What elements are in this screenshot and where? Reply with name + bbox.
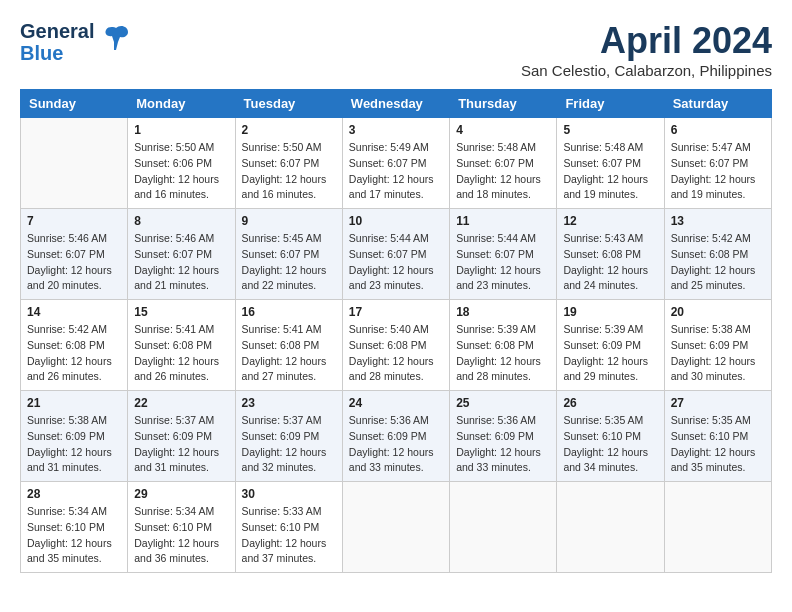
calendar-cell: 13Sunrise: 5:42 AM Sunset: 6:08 PM Dayli…: [664, 209, 771, 300]
calendar-cell: 7Sunrise: 5:46 AM Sunset: 6:07 PM Daylig…: [21, 209, 128, 300]
day-info: Sunrise: 5:42 AM Sunset: 6:08 PM Dayligh…: [27, 322, 121, 385]
location-subtitle: San Celestio, Calabarzon, Philippines: [521, 62, 772, 79]
calendar-cell: 15Sunrise: 5:41 AM Sunset: 6:08 PM Dayli…: [128, 300, 235, 391]
calendar-cell: 27Sunrise: 5:35 AM Sunset: 6:10 PM Dayli…: [664, 391, 771, 482]
day-number: 19: [563, 305, 657, 319]
calendar-cell: [450, 482, 557, 573]
calendar-cell: 17Sunrise: 5:40 AM Sunset: 6:08 PM Dayli…: [342, 300, 449, 391]
day-info: Sunrise: 5:47 AM Sunset: 6:07 PM Dayligh…: [671, 140, 765, 203]
calendar-cell: 26Sunrise: 5:35 AM Sunset: 6:10 PM Dayli…: [557, 391, 664, 482]
day-number: 22: [134, 396, 228, 410]
calendar-cell: 20Sunrise: 5:38 AM Sunset: 6:09 PM Dayli…: [664, 300, 771, 391]
day-number: 18: [456, 305, 550, 319]
calendar-cell: 22Sunrise: 5:37 AM Sunset: 6:09 PM Dayli…: [128, 391, 235, 482]
calendar-cell: 8Sunrise: 5:46 AM Sunset: 6:07 PM Daylig…: [128, 209, 235, 300]
day-info: Sunrise: 5:44 AM Sunset: 6:07 PM Dayligh…: [456, 231, 550, 294]
day-of-week-header: Tuesday: [235, 90, 342, 118]
calendar-cell: 14Sunrise: 5:42 AM Sunset: 6:08 PM Dayli…: [21, 300, 128, 391]
day-number: 5: [563, 123, 657, 137]
calendar-week-row: 28Sunrise: 5:34 AM Sunset: 6:10 PM Dayli…: [21, 482, 772, 573]
calendar-cell: 30Sunrise: 5:33 AM Sunset: 6:10 PM Dayli…: [235, 482, 342, 573]
logo-general: General: [20, 20, 94, 42]
day-info: Sunrise: 5:45 AM Sunset: 6:07 PM Dayligh…: [242, 231, 336, 294]
day-info: Sunrise: 5:39 AM Sunset: 6:08 PM Dayligh…: [456, 322, 550, 385]
day-info: Sunrise: 5:35 AM Sunset: 6:10 PM Dayligh…: [563, 413, 657, 476]
day-number: 1: [134, 123, 228, 137]
logo: General Blue: [20, 20, 132, 64]
day-number: 28: [27, 487, 121, 501]
day-info: Sunrise: 5:41 AM Sunset: 6:08 PM Dayligh…: [242, 322, 336, 385]
calendar-cell: [557, 482, 664, 573]
day-info: Sunrise: 5:33 AM Sunset: 6:10 PM Dayligh…: [242, 504, 336, 567]
calendar-cell: 11Sunrise: 5:44 AM Sunset: 6:07 PM Dayli…: [450, 209, 557, 300]
calendar-week-row: 14Sunrise: 5:42 AM Sunset: 6:08 PM Dayli…: [21, 300, 772, 391]
day-number: 16: [242, 305, 336, 319]
calendar-cell: 16Sunrise: 5:41 AM Sunset: 6:08 PM Dayli…: [235, 300, 342, 391]
day-info: Sunrise: 5:48 AM Sunset: 6:07 PM Dayligh…: [456, 140, 550, 203]
day-info: Sunrise: 5:50 AM Sunset: 6:06 PM Dayligh…: [134, 140, 228, 203]
calendar-cell: 9Sunrise: 5:45 AM Sunset: 6:07 PM Daylig…: [235, 209, 342, 300]
day-of-week-header: Friday: [557, 90, 664, 118]
day-info: Sunrise: 5:50 AM Sunset: 6:07 PM Dayligh…: [242, 140, 336, 203]
day-info: Sunrise: 5:46 AM Sunset: 6:07 PM Dayligh…: [134, 231, 228, 294]
day-info: Sunrise: 5:42 AM Sunset: 6:08 PM Dayligh…: [671, 231, 765, 294]
day-info: Sunrise: 5:38 AM Sunset: 6:09 PM Dayligh…: [27, 413, 121, 476]
day-info: Sunrise: 5:34 AM Sunset: 6:10 PM Dayligh…: [134, 504, 228, 567]
logo-bird-icon: [100, 22, 132, 58]
calendar-week-row: 7Sunrise: 5:46 AM Sunset: 6:07 PM Daylig…: [21, 209, 772, 300]
day-number: 20: [671, 305, 765, 319]
calendar-cell: 5Sunrise: 5:48 AM Sunset: 6:07 PM Daylig…: [557, 118, 664, 209]
calendar-header-row: SundayMondayTuesdayWednesdayThursdayFrid…: [21, 90, 772, 118]
calendar-cell: 28Sunrise: 5:34 AM Sunset: 6:10 PM Dayli…: [21, 482, 128, 573]
day-info: Sunrise: 5:41 AM Sunset: 6:08 PM Dayligh…: [134, 322, 228, 385]
day-number: 9: [242, 214, 336, 228]
day-number: 8: [134, 214, 228, 228]
day-info: Sunrise: 5:49 AM Sunset: 6:07 PM Dayligh…: [349, 140, 443, 203]
day-info: Sunrise: 5:34 AM Sunset: 6:10 PM Dayligh…: [27, 504, 121, 567]
day-number: 29: [134, 487, 228, 501]
day-number: 6: [671, 123, 765, 137]
month-title: April 2024: [521, 20, 772, 62]
day-info: Sunrise: 5:40 AM Sunset: 6:08 PM Dayligh…: [349, 322, 443, 385]
calendar-cell: 3Sunrise: 5:49 AM Sunset: 6:07 PM Daylig…: [342, 118, 449, 209]
calendar-cell: [21, 118, 128, 209]
day-number: 21: [27, 396, 121, 410]
day-info: Sunrise: 5:35 AM Sunset: 6:10 PM Dayligh…: [671, 413, 765, 476]
day-of-week-header: Wednesday: [342, 90, 449, 118]
calendar-week-row: 1Sunrise: 5:50 AM Sunset: 6:06 PM Daylig…: [21, 118, 772, 209]
day-number: 2: [242, 123, 336, 137]
day-number: 3: [349, 123, 443, 137]
calendar-cell: 10Sunrise: 5:44 AM Sunset: 6:07 PM Dayli…: [342, 209, 449, 300]
day-info: Sunrise: 5:46 AM Sunset: 6:07 PM Dayligh…: [27, 231, 121, 294]
title-block: April 2024 San Celestio, Calabarzon, Phi…: [521, 20, 772, 79]
calendar-week-row: 21Sunrise: 5:38 AM Sunset: 6:09 PM Dayli…: [21, 391, 772, 482]
day-number: 12: [563, 214, 657, 228]
calendar-cell: 6Sunrise: 5:47 AM Sunset: 6:07 PM Daylig…: [664, 118, 771, 209]
day-info: Sunrise: 5:37 AM Sunset: 6:09 PM Dayligh…: [134, 413, 228, 476]
day-info: Sunrise: 5:48 AM Sunset: 6:07 PM Dayligh…: [563, 140, 657, 203]
day-number: 30: [242, 487, 336, 501]
day-info: Sunrise: 5:36 AM Sunset: 6:09 PM Dayligh…: [349, 413, 443, 476]
day-of-week-header: Thursday: [450, 90, 557, 118]
day-number: 23: [242, 396, 336, 410]
calendar-cell: 1Sunrise: 5:50 AM Sunset: 6:06 PM Daylig…: [128, 118, 235, 209]
day-number: 26: [563, 396, 657, 410]
day-info: Sunrise: 5:38 AM Sunset: 6:09 PM Dayligh…: [671, 322, 765, 385]
calendar-cell: [342, 482, 449, 573]
day-number: 7: [27, 214, 121, 228]
calendar-cell: 21Sunrise: 5:38 AM Sunset: 6:09 PM Dayli…: [21, 391, 128, 482]
calendar-table: SundayMondayTuesdayWednesdayThursdayFrid…: [20, 89, 772, 573]
calendar-cell: 4Sunrise: 5:48 AM Sunset: 6:07 PM Daylig…: [450, 118, 557, 209]
day-info: Sunrise: 5:43 AM Sunset: 6:08 PM Dayligh…: [563, 231, 657, 294]
day-number: 10: [349, 214, 443, 228]
calendar-cell: [664, 482, 771, 573]
day-number: 11: [456, 214, 550, 228]
day-info: Sunrise: 5:44 AM Sunset: 6:07 PM Dayligh…: [349, 231, 443, 294]
calendar-cell: 29Sunrise: 5:34 AM Sunset: 6:10 PM Dayli…: [128, 482, 235, 573]
day-info: Sunrise: 5:37 AM Sunset: 6:09 PM Dayligh…: [242, 413, 336, 476]
day-number: 4: [456, 123, 550, 137]
calendar-cell: 12Sunrise: 5:43 AM Sunset: 6:08 PM Dayli…: [557, 209, 664, 300]
calendar-cell: 18Sunrise: 5:39 AM Sunset: 6:08 PM Dayli…: [450, 300, 557, 391]
day-number: 25: [456, 396, 550, 410]
day-number: 17: [349, 305, 443, 319]
